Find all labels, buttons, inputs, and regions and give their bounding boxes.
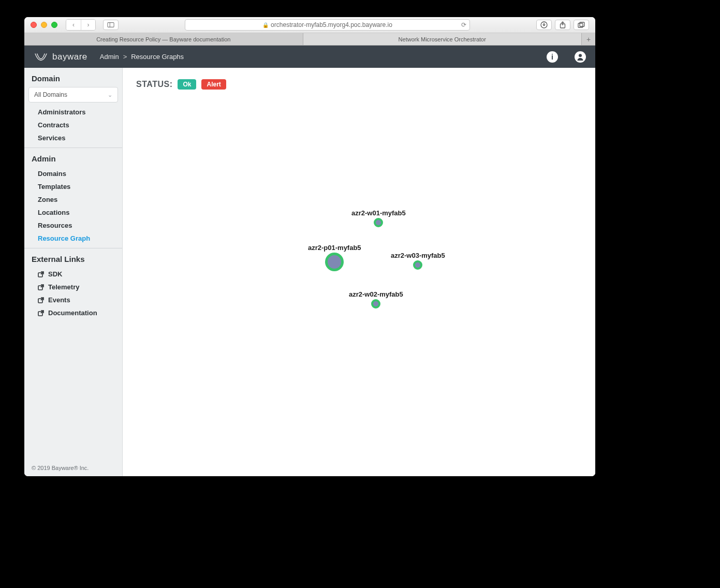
chevron-down-icon: ⌄ — [108, 92, 112, 98]
sidebar-item-zones[interactable]: Zones — [24, 193, 122, 206]
browser-window: ‹ › 🔒 orchestrator-myfab5.myorg4.poc.bay… — [24, 17, 595, 476]
svg-rect-4 — [578, 23, 583, 27]
graph-node-label: azr2-w03-myfab5 — [391, 252, 445, 259]
graph-node-w03[interactable]: azr2-w03-myfab5 — [391, 252, 445, 270]
graph-node-circle-icon — [413, 260, 422, 270]
graph-node-circle-icon — [371, 299, 380, 308]
sidebar-item-resource-graph[interactable]: Resource Graph — [24, 232, 122, 245]
browser-tabs: Creating Resource Policy — Bayware docum… — [24, 33, 595, 46]
graph-node-circle-icon — [374, 218, 383, 227]
address-bar[interactable]: 🔒 orchestrator-myfab5.myorg4.poc.bayware… — [185, 19, 470, 31]
breadcrumb-page: Resource Graphs — [131, 53, 184, 61]
tab-docs[interactable]: Creating Resource Policy — Bayware docum… — [24, 33, 303, 45]
share-icon[interactable] — [555, 20, 570, 30]
graph-node-label: azr2-p01-myfab5 — [308, 244, 361, 252]
sidebar-item-resources[interactable]: Resources — [24, 219, 122, 232]
sidebar-item-contracts[interactable]: Contracts — [24, 119, 122, 131]
graph-node-circle-icon — [325, 253, 344, 271]
resource-graph-canvas[interactable]: azr2-p01-myfab5azr2-w01-myfab5azr2-w03-m… — [123, 68, 595, 476]
sidebar: Domain All Domains ⌄ Administrators Cont… — [24, 68, 123, 476]
sidebar-section-domain: Domain — [24, 68, 122, 87]
minimize-icon[interactable] — [41, 22, 47, 28]
main-content: STATUS: Ok Alert azr2-p01-myfab5azr2-w01… — [123, 68, 595, 476]
url-text: orchestrator-myfab5.myorg4.poc.bayware.i… — [271, 21, 392, 28]
app-header: bayware Admin > Resource Graphs i — [24, 46, 595, 68]
graph-node-w01[interactable]: azr2-w01-myfab5 — [351, 209, 406, 227]
downloads-icon[interactable] — [536, 20, 552, 30]
sidebar-item-services[interactable]: Services — [24, 131, 122, 144]
sidebar-item-events[interactable]: Events — [24, 293, 122, 306]
external-link-icon — [38, 271, 44, 277]
external-link-icon — [38, 284, 44, 290]
forward-button[interactable]: › — [81, 20, 95, 30]
close-icon[interactable] — [31, 22, 37, 28]
sidebar-section-admin: Admin — [24, 148, 122, 167]
svg-rect-0 — [108, 23, 114, 27]
user-icon[interactable] — [575, 51, 586, 63]
sidebar-section-external: External Links — [24, 248, 122, 268]
zoom-icon[interactable] — [51, 22, 57, 28]
sidebar-item-sdk[interactable]: SDK — [24, 268, 122, 281]
info-icon[interactable]: i — [547, 51, 558, 63]
back-button[interactable]: ‹ — [66, 20, 81, 30]
breadcrumb: Admin > Resource Graphs — [100, 53, 184, 61]
svg-point-6 — [579, 54, 582, 57]
reload-icon[interactable]: ⟳ — [461, 21, 466, 28]
sidebar-toggle-button[interactable] — [103, 20, 119, 30]
nav-buttons: ‹ › — [66, 19, 96, 31]
app: bayware Admin > Resource Graphs i Domain… — [24, 46, 595, 476]
admin-list: Domains Templates Zones Locations Resour… — [24, 167, 122, 245]
external-link-icon — [38, 297, 44, 303]
browser-toolbar: ‹ › 🔒 orchestrator-myfab5.myorg4.poc.bay… — [24, 17, 595, 33]
domain-list: Administrators Contracts Services — [24, 106, 122, 144]
breadcrumb-root[interactable]: Admin — [100, 53, 119, 61]
new-tab-button[interactable]: + — [582, 33, 595, 45]
brand-text: bayware — [52, 52, 87, 62]
window-controls — [31, 22, 57, 28]
app-body: Domain All Domains ⌄ Administrators Cont… — [24, 68, 595, 476]
graph-node-label: azr2-w02-myfab5 — [349, 290, 403, 298]
graph-node-w02[interactable]: azr2-w02-myfab5 — [349, 290, 403, 308]
domain-select[interactable]: All Domains ⌄ — [28, 87, 118, 102]
svg-rect-5 — [580, 22, 584, 26]
sidebar-item-administrators[interactable]: Administrators — [24, 106, 122, 119]
brand[interactable]: bayware — [34, 51, 87, 63]
graph-node-p01[interactable]: azr2-p01-myfab5 — [308, 244, 361, 271]
graph-node-label: azr2-w01-myfab5 — [351, 209, 406, 217]
sidebar-item-templates[interactable]: Templates — [24, 180, 122, 193]
external-list: SDK Telemetry Events Documentation — [24, 268, 122, 319]
tabs-icon[interactable] — [574, 20, 589, 30]
sidebar-item-domains[interactable]: Domains — [24, 167, 122, 180]
sidebar-item-locations[interactable]: Locations — [24, 206, 122, 219]
sidebar-item-documentation[interactable]: Documentation — [24, 306, 122, 319]
sidebar-item-telemetry[interactable]: Telemetry — [24, 281, 122, 293]
external-link-icon — [38, 310, 44, 316]
domain-select-value: All Domains — [34, 91, 67, 98]
toolbar-right — [536, 20, 589, 30]
lock-icon: 🔒 — [262, 22, 269, 28]
breadcrumb-separator-icon: > — [123, 53, 127, 61]
tab-orchestrator[interactable]: Network Microservice Orchestrator — [303, 33, 582, 45]
footer-copyright: © 2019 Bayware® Inc. — [32, 465, 89, 471]
brand-logo-icon — [34, 51, 48, 63]
